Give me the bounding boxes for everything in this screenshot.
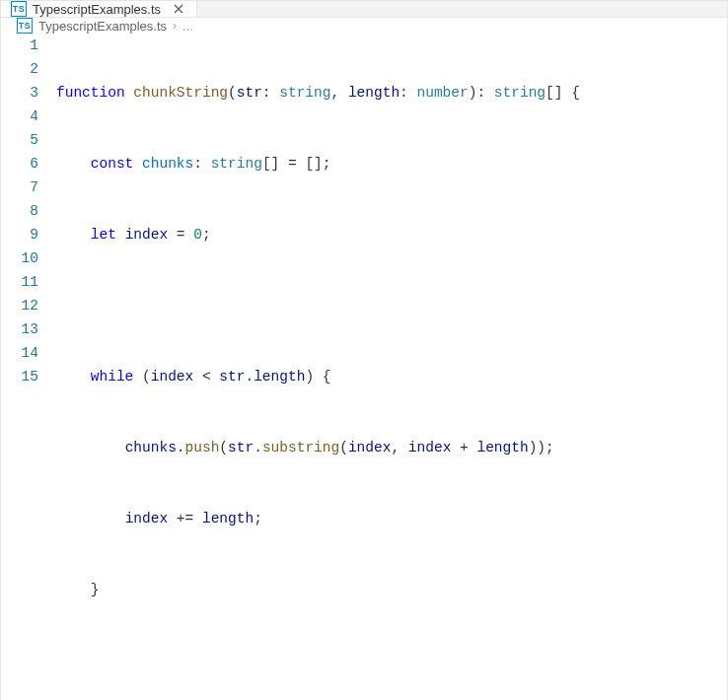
line-number: 4 — [13, 105, 38, 128]
code-line: } — [56, 578, 727, 601]
code-line: const chunks: string[] = []; — [56, 152, 727, 175]
line-number: 1 — [13, 34, 38, 57]
line-number: 9 — [13, 223, 38, 246]
line-gutter: 1 2 3 4 5 6 7 8 9 10 11 12 13 14 15 — [13, 34, 56, 700]
breadcrumb-ellipsis: ... — [182, 19, 193, 34]
code-line — [56, 649, 727, 672]
code-line: index += length; — [56, 507, 727, 530]
code-editor[interactable]: 1 2 3 4 5 6 7 8 9 10 11 12 13 14 15 func… — [1, 34, 727, 700]
code-line: let index = 0; — [56, 223, 727, 246]
code-content[interactable]: function chunkString(str: string, length… — [56, 34, 727, 700]
line-number: 2 — [13, 57, 38, 81]
line-number: 5 — [13, 128, 38, 152]
line-number: 12 — [13, 294, 38, 317]
tab-title: TypescriptExamples.ts — [33, 2, 161, 17]
line-number: 10 — [13, 246, 38, 270]
line-number: 3 — [13, 81, 38, 105]
code-line: while (index < str.length) { — [56, 365, 727, 388]
breadcrumb[interactable]: TS TypescriptExamples.ts › ... — [1, 18, 727, 34]
close-icon[interactable] — [171, 1, 186, 17]
typescript-icon: TS — [11, 1, 27, 17]
line-number: 6 — [13, 152, 38, 175]
line-number: 11 — [13, 270, 38, 294]
line-number: 8 — [13, 199, 38, 223]
line-number: 7 — [13, 175, 38, 199]
editor-window: TS TypescriptExamples.ts TS TypescriptEx… — [0, 0, 728, 700]
chevron-right-icon: › — [173, 19, 177, 33]
tab-bar: TS TypescriptExamples.ts — [1, 1, 727, 18]
typescript-icon: TS — [17, 18, 33, 34]
code-line: chunks.push(str.substring(index, index +… — [56, 436, 727, 459]
line-number: 14 — [13, 341, 38, 365]
code-line: function chunkString(str: string, length… — [56, 81, 727, 105]
breadcrumb-file: TypescriptExamples.ts — [38, 19, 167, 34]
line-number: 13 — [13, 317, 38, 341]
line-number: 15 — [13, 365, 38, 388]
code-line — [56, 294, 727, 317]
tab-active[interactable]: TS TypescriptExamples.ts — [1, 1, 197, 17]
